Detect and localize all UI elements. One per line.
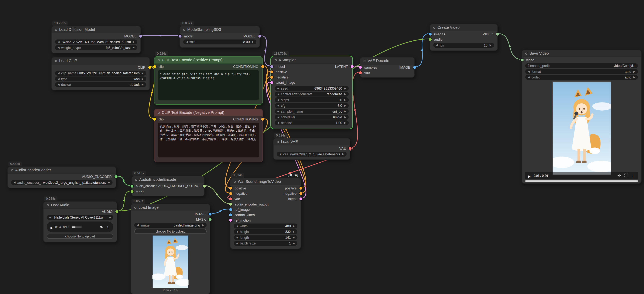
node-header[interactable]: WanSoundImageToVideo: [230, 178, 301, 185]
node-load-audio[interactable]: 0.058s LoadAudio AUDIO Hallelujah (Senko…: [43, 201, 117, 242]
collapse-icon[interactable]: [55, 29, 57, 31]
widget-control-after-generate[interactable]: control after generate randomize: [275, 92, 349, 97]
input-pin-model[interactable]: [270, 65, 273, 68]
node-clip-text-encode-negative[interactable]: CLIP Text Encode (Negative Prompt) clip …: [154, 109, 263, 162]
node-audio-encoder-encode[interactable]: 0.516s AudioEncoderEncode audio_encoder …: [132, 176, 205, 196]
node-header[interactable]: Load CLIP: [52, 58, 150, 65]
prev-value-arrow[interactable]: [14, 181, 16, 184]
input-pin-positive[interactable]: [270, 70, 273, 73]
collapse-icon[interactable]: [525, 52, 528, 55]
prev-value-arrow[interactable]: [236, 242, 238, 245]
next-value-arrow[interactable]: [252, 41, 254, 43]
output-pin-conditioning[interactable]: [261, 65, 264, 68]
prev-value-arrow[interactable]: [436, 44, 438, 47]
output-pin-image[interactable]: [208, 212, 211, 215]
collapse-icon[interactable]: [433, 27, 436, 29]
node-header[interactable]: AudioEncoderEncode: [132, 176, 204, 183]
input-pin-control-video[interactable]: [229, 213, 232, 216]
next-value-arrow[interactable]: [202, 224, 204, 226]
output-pin-audio-encoder-output[interactable]: [203, 184, 206, 187]
kebab-menu-icon[interactable]: [106, 223, 110, 230]
volume-icon[interactable]: [617, 173, 621, 178]
node-load-diffusion-model[interactable]: 13.221s Load Diffusion Model MODEL Wan2_…: [52, 26, 141, 54]
collapse-icon[interactable]: [277, 141, 279, 143]
next-value-arrow[interactable]: [342, 153, 344, 155]
widget-image[interactable]: image pasted/image.png: [134, 223, 207, 228]
next-value-arrow[interactable]: [344, 110, 346, 113]
prev-value-arrow[interactable]: [277, 99, 279, 101]
collapse-icon[interactable]: [55, 60, 57, 62]
output-pin-audio-encoder[interactable]: [114, 175, 117, 178]
node-header[interactable]: Load Image: [131, 204, 210, 211]
widget-batch-size[interactable]: batch_size 1: [234, 241, 298, 246]
prev-value-arrow[interactable]: [58, 78, 60, 80]
upload-audio-button[interactable]: choose file to upload: [47, 234, 114, 239]
node-header[interactable]: Save Video: [522, 50, 641, 57]
output-pin-negative[interactable]: [299, 192, 302, 195]
prev-value-arrow[interactable]: [277, 110, 279, 113]
prev-value-arrow[interactable]: [58, 83, 60, 86]
kebab-menu-icon[interactable]: [631, 172, 635, 179]
image-preview-anime-fox-girl[interactable]: [152, 235, 188, 288]
positive-prompt-textarea[interactable]: a cute anime girl with fox ears and a bi…: [158, 70, 259, 100]
video-seekbar[interactable]: [525, 181, 638, 182]
output-pin-mask[interactable]: [208, 218, 211, 221]
audio-seekbar[interactable]: [72, 226, 82, 227]
prev-value-arrow[interactable]: [236, 230, 238, 233]
widget-fps[interactable]: fps 16: [433, 43, 494, 48]
widget-sampler-name[interactable]: sampler_name uni_pc: [275, 109, 349, 114]
next-value-arrow[interactable]: [133, 46, 135, 49]
output-pin-video[interactable]: [496, 33, 499, 35]
widget-cfg[interactable]: cfg 6.0: [275, 103, 349, 108]
next-value-arrow[interactable]: [142, 83, 144, 86]
input-pin-negative[interactable]: [270, 76, 273, 79]
collapse-icon[interactable]: [135, 178, 137, 181]
input-pin-audio[interactable]: [428, 38, 432, 41]
input-pin-ref-image[interactable]: [229, 208, 232, 211]
input-pin-audio-encoder[interactable]: [130, 184, 133, 187]
node-graph-canvas[interactable]: 13.221s Load Diffusion Model MODEL Wan2_…: [0, 0, 644, 294]
widget-height[interactable]: height 832: [234, 229, 298, 234]
input-pin-model[interactable]: [178, 35, 181, 38]
collapse-icon[interactable]: [158, 59, 160, 61]
collapse-icon[interactable]: [47, 204, 49, 206]
node-header[interactable]: CLIP Text Encode (Negative Prompt): [154, 109, 262, 116]
node-load-vae[interactable]: 0.324s Load VAE VAE vae_na wan\wan_2_1_v…: [273, 138, 350, 160]
input-pin-audio-encoder-output[interactable]: [229, 203, 232, 205]
prev-value-arrow[interactable]: [277, 116, 279, 118]
widget-type[interactable]: type wan: [55, 76, 146, 81]
prev-value-arrow[interactable]: [277, 104, 279, 107]
prev-value-arrow[interactable]: [528, 76, 530, 79]
input-pin-positive[interactable]: [229, 187, 232, 189]
input-pin-clip[interactable]: [153, 118, 156, 120]
input-pin-negative[interactable]: [229, 192, 232, 195]
volume-icon[interactable]: [100, 225, 104, 229]
output-pin-positive[interactable]: [299, 187, 302, 189]
next-value-arrow[interactable]: [108, 181, 110, 184]
widget-weight-dtype[interactable]: weight_dtype fp8_e4m3fn_fast: [55, 45, 137, 50]
collapse-icon[interactable]: [158, 112, 160, 114]
node-header[interactable]: KSampler: [272, 57, 352, 64]
output-pin-conditioning[interactable]: [261, 118, 264, 120]
node-header[interactable]: Create Video: [430, 24, 497, 31]
collapse-icon[interactable]: [364, 60, 366, 62]
output-pin-image[interactable]: [413, 66, 416, 69]
widget-clip-name[interactable]: clip_name umt5_xxl_fp8_e4m3fn_scaled.saf…: [55, 71, 146, 76]
next-value-arrow[interactable]: [344, 104, 346, 107]
video-preview-player[interactable]: 0:03 / 0:26: [525, 82, 638, 181]
node-ksampler[interactable]: 113.798s KSampler model LATENT positive …: [271, 56, 352, 129]
input-pin-images[interactable]: [428, 33, 432, 35]
node-header[interactable]: AudioEncoderLoader: [8, 167, 116, 174]
widget-audio-encoder-name[interactable]: audio_encoder_ wav2vec2_large_english_fp…: [11, 180, 112, 185]
node-save-video[interactable]: Save Video video filename_prefix video/C…: [522, 50, 642, 184]
widget-length[interactable]: length 141: [234, 235, 298, 240]
collapse-icon[interactable]: [275, 59, 277, 61]
next-value-arrow[interactable]: [293, 230, 295, 233]
output-pin-model[interactable]: [139, 35, 142, 38]
output-pin-clip[interactable]: [148, 66, 151, 69]
prev-value-arrow[interactable]: [49, 216, 52, 219]
input-pin-video[interactable]: [520, 58, 524, 61]
output-pin-latent[interactable]: [350, 65, 353, 68]
widget-unet-name[interactable]: Wan2_2-S2V-14B_fp8_e4m3fn_scaled_KJ.saf: [55, 40, 137, 45]
output-pin-audio[interactable]: [115, 210, 118, 213]
